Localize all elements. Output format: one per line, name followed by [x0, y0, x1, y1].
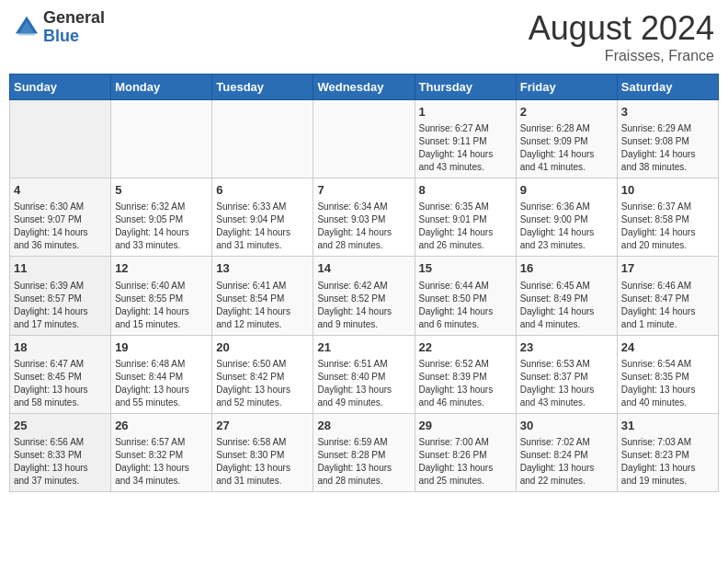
day-number-21: 21: [317, 339, 410, 356]
week-row-4: 18Sunrise: 6:47 AM Sunset: 8:45 PM Dayli…: [10, 335, 719, 413]
day-cell-17: 17Sunrise: 6:46 AM Sunset: 8:47 PM Dayli…: [617, 257, 718, 335]
day-info-8: Sunrise: 6:35 AM Sunset: 9:01 PM Dayligh…: [419, 201, 512, 252]
day-cell-29: 29Sunrise: 7:00 AM Sunset: 8:26 PM Dayli…: [415, 413, 516, 491]
day-info-21: Sunrise: 6:51 AM Sunset: 8:40 PM Dayligh…: [317, 358, 410, 409]
day-number-3: 3: [621, 104, 714, 121]
day-info-5: Sunrise: 6:32 AM Sunset: 9:05 PM Dayligh…: [115, 201, 208, 252]
day-number-16: 16: [520, 260, 613, 277]
day-number-7: 7: [317, 182, 410, 199]
day-cell-19: 19Sunrise: 6:48 AM Sunset: 8:44 PM Dayli…: [111, 335, 212, 413]
logo-text: General Blue: [43, 9, 105, 46]
day-number-29: 29: [419, 418, 512, 434]
day-number-2: 2: [520, 104, 613, 121]
day-number-25: 25: [14, 418, 107, 434]
weekday-header-row: SundayMondayTuesdayWednesdayThursdayFrid…: [10, 75, 719, 100]
day-info-14: Sunrise: 6:42 AM Sunset: 8:52 PM Dayligh…: [317, 280, 410, 331]
day-number-10: 10: [621, 182, 714, 199]
weekday-header-thursday: Thursday: [415, 75, 516, 100]
location: Fraisses, France: [529, 48, 714, 64]
month-year: August 2024: [529, 9, 714, 48]
day-number-23: 23: [520, 339, 613, 356]
day-number-20: 20: [216, 339, 309, 356]
day-info-3: Sunrise: 6:29 AM Sunset: 9:08 PM Dayligh…: [621, 122, 714, 174]
day-number-5: 5: [115, 182, 208, 199]
day-cell-10: 10Sunrise: 6:37 AM Sunset: 8:58 PM Dayli…: [617, 178, 718, 257]
day-number-17: 17: [621, 260, 714, 277]
day-cell-26: 26Sunrise: 6:57 AM Sunset: 8:32 PM Dayli…: [111, 413, 212, 491]
empty-cell: [111, 100, 212, 178]
logo: General Blue: [14, 9, 105, 46]
day-number-31: 31: [621, 418, 714, 434]
week-row-1: 1Sunrise: 6:27 AM Sunset: 9:11 PM Daylig…: [10, 100, 719, 178]
day-cell-9: 9Sunrise: 6:36 AM Sunset: 9:00 PM Daylig…: [516, 178, 617, 257]
day-info-4: Sunrise: 6:30 AM Sunset: 9:07 PM Dayligh…: [14, 201, 107, 252]
day-number-8: 8: [419, 182, 512, 199]
day-cell-8: 8Sunrise: 6:35 AM Sunset: 9:01 PM Daylig…: [415, 178, 516, 257]
day-info-13: Sunrise: 6:41 AM Sunset: 8:54 PM Dayligh…: [216, 280, 309, 331]
weekday-header-wednesday: Wednesday: [313, 75, 415, 100]
logo-general-text: General: [43, 9, 105, 28]
calendar-table: SundayMondayTuesdayWednesdayThursdayFrid…: [9, 74, 719, 492]
day-info-9: Sunrise: 6:36 AM Sunset: 9:00 PM Dayligh…: [520, 201, 613, 252]
day-cell-30: 30Sunrise: 7:02 AM Sunset: 8:24 PM Dayli…: [516, 413, 617, 491]
day-cell-31: 31Sunrise: 7:03 AM Sunset: 8:23 PM Dayli…: [617, 413, 718, 491]
day-cell-25: 25Sunrise: 6:56 AM Sunset: 8:33 PM Dayli…: [10, 413, 111, 491]
day-cell-1: 1Sunrise: 6:27 AM Sunset: 9:11 PM Daylig…: [415, 100, 516, 178]
weekday-header-tuesday: Tuesday: [212, 75, 313, 100]
day-cell-11: 11Sunrise: 6:39 AM Sunset: 8:57 PM Dayli…: [10, 257, 111, 335]
day-cell-22: 22Sunrise: 6:52 AM Sunset: 8:39 PM Dayli…: [415, 335, 516, 413]
empty-cell: [10, 100, 111, 178]
day-cell-21: 21Sunrise: 6:51 AM Sunset: 8:40 PM Dayli…: [313, 335, 415, 413]
day-cell-16: 16Sunrise: 6:45 AM Sunset: 8:49 PM Dayli…: [516, 257, 617, 335]
day-cell-6: 6Sunrise: 6:33 AM Sunset: 9:04 PM Daylig…: [212, 178, 313, 257]
day-info-15: Sunrise: 6:44 AM Sunset: 8:50 PM Dayligh…: [419, 280, 512, 331]
title-block: August 2024 Fraisses, France: [529, 9, 714, 64]
day-number-18: 18: [14, 339, 107, 356]
day-info-31: Sunrise: 7:03 AM Sunset: 8:23 PM Dayligh…: [621, 436, 714, 488]
day-number-22: 22: [419, 339, 512, 356]
day-info-1: Sunrise: 6:27 AM Sunset: 9:11 PM Dayligh…: [419, 122, 512, 174]
weekday-header-sunday: Sunday: [10, 75, 111, 100]
week-row-3: 11Sunrise: 6:39 AM Sunset: 8:57 PM Dayli…: [10, 257, 719, 335]
day-cell-14: 14Sunrise: 6:42 AM Sunset: 8:52 PM Dayli…: [313, 257, 415, 335]
day-info-23: Sunrise: 6:53 AM Sunset: 8:37 PM Dayligh…: [520, 358, 613, 409]
day-info-20: Sunrise: 6:50 AM Sunset: 8:42 PM Dayligh…: [216, 358, 309, 409]
day-info-16: Sunrise: 6:45 AM Sunset: 8:49 PM Dayligh…: [520, 280, 613, 331]
empty-cell: [212, 100, 313, 178]
empty-cell: [313, 100, 415, 178]
day-info-11: Sunrise: 6:39 AM Sunset: 8:57 PM Dayligh…: [14, 280, 107, 331]
day-cell-12: 12Sunrise: 6:40 AM Sunset: 8:55 PM Dayli…: [111, 257, 212, 335]
day-cell-15: 15Sunrise: 6:44 AM Sunset: 8:50 PM Dayli…: [415, 257, 516, 335]
day-info-2: Sunrise: 6:28 AM Sunset: 9:09 PM Dayligh…: [520, 122, 613, 174]
day-cell-18: 18Sunrise: 6:47 AM Sunset: 8:45 PM Dayli…: [10, 335, 111, 413]
day-cell-28: 28Sunrise: 6:59 AM Sunset: 8:28 PM Dayli…: [313, 413, 415, 491]
day-info-28: Sunrise: 6:59 AM Sunset: 8:28 PM Dayligh…: [317, 436, 410, 488]
logo-icon: [14, 15, 40, 40]
day-info-24: Sunrise: 6:54 AM Sunset: 8:35 PM Dayligh…: [621, 358, 714, 409]
day-cell-23: 23Sunrise: 6:53 AM Sunset: 8:37 PM Dayli…: [516, 335, 617, 413]
day-info-26: Sunrise: 6:57 AM Sunset: 8:32 PM Dayligh…: [115, 436, 208, 488]
day-info-17: Sunrise: 6:46 AM Sunset: 8:47 PM Dayligh…: [621, 280, 714, 331]
day-number-11: 11: [14, 260, 107, 277]
day-info-25: Sunrise: 6:56 AM Sunset: 8:33 PM Dayligh…: [14, 436, 107, 488]
day-info-30: Sunrise: 7:02 AM Sunset: 8:24 PM Dayligh…: [520, 436, 613, 488]
week-row-2: 4Sunrise: 6:30 AM Sunset: 9:07 PM Daylig…: [10, 178, 719, 257]
day-number-24: 24: [621, 339, 714, 356]
day-info-18: Sunrise: 6:47 AM Sunset: 8:45 PM Dayligh…: [14, 358, 107, 409]
day-info-7: Sunrise: 6:34 AM Sunset: 9:03 PM Dayligh…: [317, 201, 410, 252]
day-number-30: 30: [520, 418, 613, 434]
day-cell-24: 24Sunrise: 6:54 AM Sunset: 8:35 PM Dayli…: [617, 335, 718, 413]
day-cell-4: 4Sunrise: 6:30 AM Sunset: 9:07 PM Daylig…: [10, 178, 111, 257]
day-number-12: 12: [115, 260, 208, 277]
day-info-19: Sunrise: 6:48 AM Sunset: 8:44 PM Dayligh…: [115, 358, 208, 409]
day-number-28: 28: [317, 418, 410, 434]
day-number-27: 27: [216, 418, 309, 434]
day-info-6: Sunrise: 6:33 AM Sunset: 9:04 PM Dayligh…: [216, 201, 309, 252]
day-number-14: 14: [317, 260, 410, 277]
week-row-5: 25Sunrise: 6:56 AM Sunset: 8:33 PM Dayli…: [10, 413, 719, 491]
day-info-10: Sunrise: 6:37 AM Sunset: 8:58 PM Dayligh…: [621, 201, 714, 252]
weekday-header-saturday: Saturday: [617, 75, 718, 100]
day-info-29: Sunrise: 7:00 AM Sunset: 8:26 PM Dayligh…: [419, 436, 512, 488]
day-info-22: Sunrise: 6:52 AM Sunset: 8:39 PM Dayligh…: [419, 358, 512, 409]
day-number-4: 4: [14, 182, 107, 199]
